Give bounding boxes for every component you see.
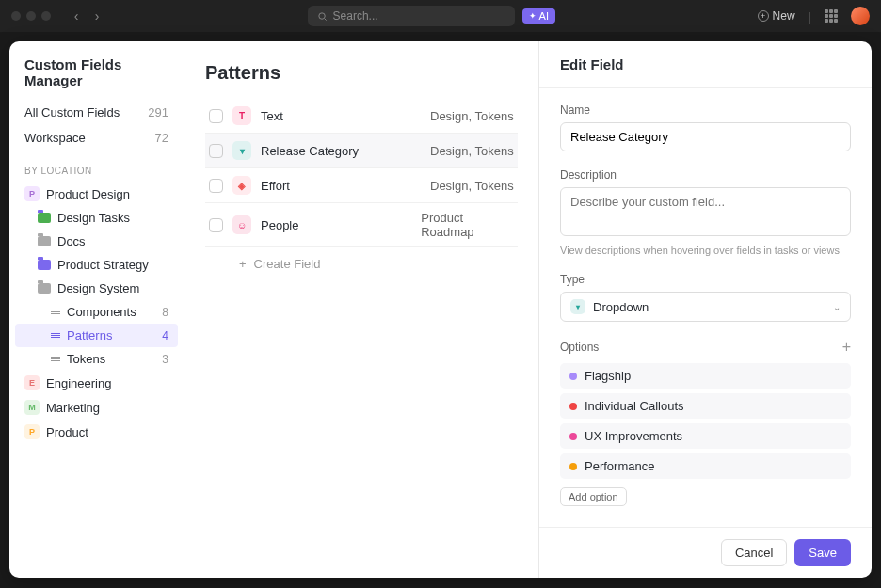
sidebar-section-header: BY LOCATION xyxy=(9,151,184,182)
folder-design-tasks[interactable]: Design Tasks xyxy=(9,206,184,230)
topbar: ‹ › Search... ✦ AI + New | xyxy=(0,0,881,32)
list-label: Tokens xyxy=(67,352,155,366)
space-badge-icon: P xyxy=(24,186,40,201)
space-label: Marketing xyxy=(46,401,168,415)
folder-icon xyxy=(38,213,51,223)
field-row[interactable]: ▾ Release Category Design, Tokens xyxy=(205,134,518,168)
sidebar-all-fields-count: 291 xyxy=(148,105,168,119)
name-label: Name xyxy=(560,103,851,117)
main: Patterns T Text Design, Tokens ▾ Release… xyxy=(184,41,872,578)
new-label: New xyxy=(773,9,795,23)
sidebar-all-fields[interactable]: All Custom Fields 291 xyxy=(9,100,184,125)
option-row[interactable]: UX Improvements xyxy=(560,423,851,449)
window-controls xyxy=(11,11,51,21)
nav-arrows: ‹ › xyxy=(68,8,105,24)
plus-icon: + xyxy=(758,10,769,22)
options-label: Options xyxy=(560,341,599,354)
folder-design-system[interactable]: Design System xyxy=(9,277,184,300)
field-row[interactable]: ◈ Effort Design, Tokens xyxy=(205,168,518,203)
page-title: Patterns xyxy=(205,62,518,84)
add-option-icon[interactable]: + xyxy=(842,339,851,356)
option-label: Individual Callouts xyxy=(585,399,684,413)
back-button[interactable]: ‹ xyxy=(68,8,85,24)
maximize-icon[interactable] xyxy=(41,11,51,21)
field-name: Effort xyxy=(261,179,421,193)
folder-icon xyxy=(38,236,51,246)
space-product[interactable]: P Product xyxy=(9,420,184,444)
list-components[interactable]: Components 8 xyxy=(9,300,184,324)
field-name: Text xyxy=(261,109,421,123)
option-color-dot xyxy=(569,403,577,410)
list-count: 8 xyxy=(162,306,168,319)
option-label: UX Improvements xyxy=(585,429,682,443)
close-icon[interactable] xyxy=(11,11,21,21)
cancel-button[interactable]: Cancel xyxy=(721,539,787,566)
field-tags: Design, Tokens xyxy=(430,144,514,158)
plus-icon: + xyxy=(239,257,247,271)
space-badge-icon: M xyxy=(24,400,40,415)
apps-icon[interactable] xyxy=(825,9,838,23)
folder-label: Docs xyxy=(57,234,168,248)
add-option-button[interactable]: Add option xyxy=(560,487,627,506)
sidebar-workspace-count: 72 xyxy=(155,131,168,145)
folder-icon xyxy=(38,283,51,294)
field-type-icon: ◈ xyxy=(232,176,251,195)
option-color-dot xyxy=(569,373,577,380)
forward-button[interactable]: › xyxy=(88,8,105,24)
option-row[interactable]: Flagship xyxy=(560,363,851,389)
search-input[interactable]: Search... xyxy=(308,6,515,26)
folder-product-strategy[interactable]: Product Strategy xyxy=(9,253,184,277)
option-label: Flagship xyxy=(585,369,631,383)
avatar[interactable] xyxy=(851,7,870,25)
space-product-design[interactable]: P Product Design xyxy=(9,182,184,206)
field-row[interactable]: T Text Design, Tokens xyxy=(205,99,518,134)
edit-panel: Edit Field Name Description View descrip… xyxy=(538,41,872,578)
space-marketing[interactable]: M Marketing xyxy=(9,395,184,420)
field-name: People xyxy=(261,218,411,232)
field-tags: Design, Tokens xyxy=(430,109,514,123)
new-button[interactable]: + New xyxy=(758,9,795,23)
field-type-icon: ☺ xyxy=(232,215,251,234)
ai-button[interactable]: ✦ AI xyxy=(522,8,555,24)
sidebar-title: Custom Fields Manager xyxy=(9,56,184,100)
folder-label: Design Tasks xyxy=(57,211,168,225)
sidebar-workspace-label: Workspace xyxy=(24,131,86,145)
list-count: 4 xyxy=(162,329,168,342)
space-engineering[interactable]: E Engineering xyxy=(9,371,184,395)
option-color-dot xyxy=(569,433,577,440)
checkbox[interactable] xyxy=(209,179,223,193)
app-frame: Custom Fields Manager All Custom Fields … xyxy=(9,41,872,578)
folder-label: Product Strategy xyxy=(57,258,168,272)
space-badge-icon: E xyxy=(24,375,40,390)
space-label: Product Design xyxy=(46,187,168,201)
folder-docs[interactable]: Docs xyxy=(9,230,184,253)
checkbox[interactable] xyxy=(209,218,223,232)
chevron-down-icon: ⌄ xyxy=(833,302,841,312)
create-field-button[interactable]: + Create Field xyxy=(205,247,518,280)
panel-title: Edit Field xyxy=(539,41,872,88)
minimize-icon[interactable] xyxy=(26,11,36,21)
sidebar-workspace[interactable]: Workspace 72 xyxy=(9,125,184,151)
save-button[interactable]: Save xyxy=(794,539,851,566)
list-label: Patterns xyxy=(67,328,155,342)
space-label: Engineering xyxy=(46,376,168,390)
type-value: Dropdown xyxy=(593,300,649,314)
list-patterns[interactable]: Patterns 4 xyxy=(15,324,178,347)
type-select[interactable]: ▾ Dropdown ⌄ xyxy=(560,292,851,322)
option-row[interactable]: Performance xyxy=(560,453,851,479)
list-icon xyxy=(51,310,60,314)
list-tokens[interactable]: Tokens 3 xyxy=(9,347,184,371)
checkbox[interactable] xyxy=(209,144,223,158)
checkbox[interactable] xyxy=(209,109,223,123)
list-icon xyxy=(51,357,60,361)
search-icon xyxy=(317,11,328,22)
ai-label: AI xyxy=(539,10,549,22)
name-input[interactable] xyxy=(560,122,851,151)
field-row[interactable]: ☺ People Product Roadmap xyxy=(205,203,518,247)
description-hint: View descriptions when hovering over fie… xyxy=(560,245,851,256)
field-tags: Design, Tokens xyxy=(430,179,514,193)
description-input[interactable] xyxy=(560,187,851,236)
option-row[interactable]: Individual Callouts xyxy=(560,393,851,419)
description-label: Description xyxy=(560,168,851,182)
type-label: Type xyxy=(560,273,851,286)
